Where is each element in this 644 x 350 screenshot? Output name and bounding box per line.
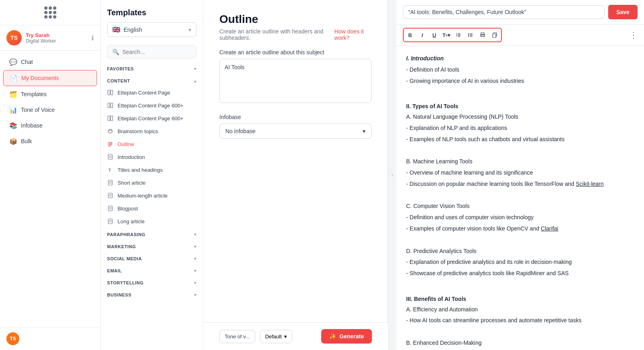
user-profile: TS Try Sarah Digital Worker ℹ — [0, 25, 100, 51]
section-storytelling[interactable]: STORYTELLING ▾ — [101, 276, 203, 288]
bold-button[interactable]: B — [405, 29, 416, 41]
content-item: - Overview of machine learning and its s… — [406, 168, 634, 178]
svg-rect-41 — [481, 35, 484, 37]
info-icon[interactable]: ℹ — [91, 34, 94, 42]
template-introduction[interactable]: Introduction — [101, 150, 203, 163]
content-item: - Definition and uses of computer vision… — [406, 213, 634, 222]
ordered-list-button[interactable]: 123 — [453, 29, 464, 41]
italic-button[interactable]: I — [417, 29, 428, 41]
infobase-section: Infobase No infobase ▾ — [219, 114, 372, 139]
section-paraphrasing[interactable]: PARAPHRASING ▾ — [101, 228, 203, 240]
sidebar-item-templates[interactable]: 🗂️ Templates — [3, 86, 97, 102]
subject-field-label: Create an article outline about this sub… — [219, 49, 372, 56]
subject-textarea[interactable]: AI Tools — [219, 59, 372, 103]
underline-button[interactable]: U — [429, 29, 440, 41]
section-social-media[interactable]: SOCIAL MEDIA ▾ — [101, 252, 203, 264]
svg-rect-15 — [108, 180, 112, 185]
section-content[interactable]: CONTENT ▴ — [101, 74, 203, 86]
font-size-button[interactable]: Ta ▾ — [441, 29, 452, 41]
tone-label: Tone of v... — [225, 334, 250, 340]
content-item: B. Machine Learning Tools — [406, 157, 634, 167]
unordered-list-button[interactable] — [465, 29, 476, 41]
generate-button[interactable]: ✨ Generate — [321, 329, 372, 344]
more-options-button[interactable]: ⋮ — [630, 30, 638, 40]
template-etteplan-600b[interactable]: Etteplan Content Page 600+ — [101, 112, 203, 125]
scikit-link[interactable]: Scikit-learn — [576, 181, 604, 187]
bottom-bar: Tone of v... Default ▾ ✨ Generate — [203, 322, 388, 350]
section-business[interactable]: BUSINESS ▾ — [101, 288, 203, 300]
content-item: - Explanation of predictive analytics an… — [406, 257, 634, 267]
sidebar-footer: TS — [0, 327, 100, 350]
template-short-article[interactable]: Short article — [101, 176, 203, 189]
tone-select[interactable]: Tone of v... — [219, 330, 255, 343]
template-long-article[interactable]: Long article — [101, 215, 203, 228]
form-title: Outline — [219, 13, 372, 26]
language-select[interactable]: 🇬🇧 English ▾ — [107, 22, 196, 37]
collapse-panel-button[interactable]: ‹ — [388, 0, 396, 350]
section-content-label: CONTENT — [107, 78, 130, 83]
content-item: D. Predictive Analytics Tools — [406, 247, 634, 256]
template-blogpost[interactable]: Blogpost — [101, 202, 203, 215]
avatar: TS — [6, 30, 22, 45]
chevron-down-icon: ▾ — [363, 128, 365, 134]
template-medium-article[interactable]: Medium-length article — [101, 189, 203, 202]
pages-icon — [107, 115, 114, 121]
doc-icon — [107, 154, 114, 160]
document-title-input[interactable] — [403, 5, 605, 19]
sidebar: TS Try Sarah Digital Worker ℹ 💬 Chat 📄 M… — [0, 0, 101, 350]
template-label: Etteplan Content Page 600+ — [118, 115, 184, 121]
template-label: Titles and headings — [118, 167, 163, 173]
templates-list: FAVORITES ▾ CONTENT ▴ Etteplan Content P… — [101, 62, 203, 350]
templates-title: Templates — [107, 8, 196, 17]
section-paraphrasing-label: PARAPHRASING — [107, 232, 145, 237]
sidebar-item-infobase[interactable]: 📚 Infobase — [3, 118, 97, 133]
clarifai-link[interactable]: Clarifai — [541, 225, 559, 232]
template-brainstorm[interactable]: Brainstorm topics — [101, 125, 203, 138]
search-icon: 🔍 — [112, 49, 119, 55]
doc-icon — [107, 205, 114, 212]
infobase-select[interactable]: No infobase ▾ — [219, 124, 372, 139]
svg-rect-1 — [111, 90, 113, 95]
sidebar-item-chat[interactable]: 💬 Chat — [3, 54, 97, 70]
section-marketing[interactable]: MARKETING ▾ — [101, 240, 203, 252]
svg-rect-5 — [111, 116, 113, 121]
template-etteplan-content[interactable]: Etteplan Content Page — [101, 86, 203, 99]
footer-avatar[interactable]: TS — [6, 332, 19, 345]
save-button[interactable]: Save — [608, 5, 638, 19]
language-label: English — [124, 27, 185, 33]
default-tone-select[interactable]: Default ▾ — [260, 330, 292, 343]
sidebar-item-label: My Documents — [21, 75, 59, 81]
template-label: Long article — [118, 218, 144, 224]
svg-text:T: T — [108, 167, 111, 172]
sidebar-item-tone-of-voice[interactable]: 📊 Tone of Voice — [3, 102, 97, 117]
tone-icon: 📊 — [10, 106, 17, 113]
section-marketing-label: MARKETING — [107, 244, 136, 249]
template-titles-headings[interactable]: T Titles and headings — [101, 163, 203, 176]
chevron-up-icon: ▴ — [194, 78, 196, 84]
toolbar: B I U Ta ▾ 123 — [396, 25, 644, 46]
how-it-works-link[interactable]: How does it work? — [334, 28, 372, 41]
doc-icon — [107, 179, 114, 186]
sidebar-logo — [0, 0, 100, 25]
sidebar-item-bulk[interactable]: 📦 Bulk — [3, 134, 97, 149]
search-box[interactable]: 🔍 — [107, 45, 196, 59]
infobase-icon: 📚 — [10, 122, 17, 129]
sidebar-item-label: Tone of Voice — [21, 107, 55, 113]
template-etteplan-600a[interactable]: Etteplan Content Page 600+ — [101, 99, 203, 112]
content-item: - Showcase of predictive analytics tools… — [406, 269, 634, 278]
content-item: C. Computer Vision Tools — [406, 202, 634, 211]
outline-form: Outline Create an article outline with h… — [203, 0, 388, 322]
section-storytelling-label: STORYTELLING — [107, 280, 144, 285]
svg-rect-18 — [108, 193, 112, 198]
search-input[interactable] — [122, 49, 193, 55]
section-social-media-label: SOCIAL MEDIA — [107, 256, 142, 261]
section-favorites[interactable]: FAVORITES ▾ — [101, 62, 203, 74]
print-button[interactable] — [477, 29, 488, 41]
section-email[interactable]: EMAIL ▾ — [101, 264, 203, 276]
content-section-title: II. Types of AI Tools — [406, 102, 634, 111]
sidebar-item-my-documents[interactable]: 📄 My Documents — [3, 70, 97, 86]
sidebar-item-label: Templates — [21, 91, 47, 97]
generate-icon: ✨ — [329, 333, 336, 340]
template-outline[interactable]: Outline — [101, 138, 203, 150]
copy-button[interactable] — [489, 29, 500, 41]
